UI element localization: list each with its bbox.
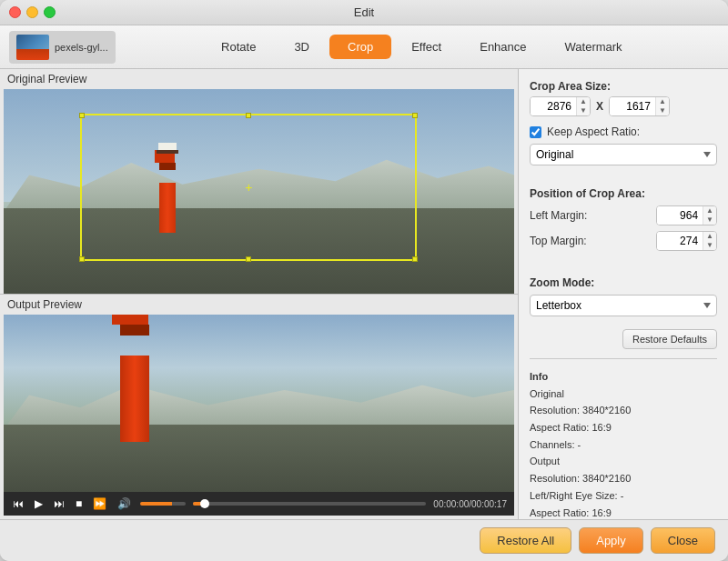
left-margin-down-btn[interactable]: ▼ (703, 215, 716, 225)
left-margin-input[interactable] (657, 206, 703, 225)
progress-dot (200, 499, 209, 508)
tab-crop[interactable]: Crop (329, 35, 391, 59)
restore-defaults-container: Restore Defaults (530, 329, 717, 349)
info-original-aspect: Aspect Ratio: 16:9 (530, 419, 717, 436)
window-title: Edit (354, 5, 374, 19)
info-output-aspect: Aspect Ratio: 16:9 (530, 505, 717, 520)
height-down-btn[interactable]: ▼ (656, 106, 669, 115)
content-area: Original Preview (0, 69, 728, 519)
info-output-resolution: Resolution: 3840*2160 (530, 470, 717, 487)
keep-aspect-section: Keep Aspect Ratio: Original 16:9 4:3 1:1… (530, 125, 717, 165)
volume-icon[interactable]: 🔊 (116, 496, 133, 512)
height-input[interactable] (610, 97, 655, 115)
tab-watermark[interactable]: Watermark (547, 35, 641, 59)
skip-start-button[interactable]: ⏮ (11, 496, 25, 512)
original-preview-label: Original Preview (0, 69, 518, 89)
x-separator: X (596, 100, 603, 113)
info-title: Info (530, 368, 717, 386)
window-controls (9, 6, 56, 18)
info-original-channels: Channels: - (530, 436, 717, 454)
file-thumbnail (16, 35, 49, 60)
top-margin-input-group: ▲ ▼ (656, 231, 717, 251)
right-panel: Crop Area Size: ▲ ▼ X ▲ ▼ (519, 69, 728, 519)
width-input[interactable] (531, 97, 576, 115)
restore-defaults-button[interactable]: Restore Defaults (622, 329, 717, 349)
height-up-btn[interactable]: ▲ (656, 97, 669, 106)
play-button[interactable]: ▶ (33, 496, 45, 512)
preview-panel: Original Preview (0, 69, 519, 519)
out-mountains (4, 380, 514, 430)
output-preview-section: Output Preview (0, 295, 518, 519)
restore-all-button[interactable]: Restore All (480, 527, 571, 554)
skip-end-button[interactable]: ⏩ (91, 496, 108, 512)
toolbar: pexels-gyl... Rotate 3D Crop Effect Enha… (0, 25, 728, 69)
top-margin-input[interactable] (657, 232, 703, 250)
zoom-mode-label: Zoom Mode: (530, 276, 717, 289)
keep-aspect-label: Keep Aspect Ratio: (547, 125, 640, 138)
bottom-bar: Restore All Apply Close (0, 519, 728, 561)
zoom-mode-dropdown[interactable]: Letterbox Pan & Scan Full (530, 295, 717, 316)
original-preview-video: + (4, 89, 514, 294)
top-margin-label: Top Margin: (530, 235, 602, 247)
tab-3d[interactable]: 3D (276, 35, 328, 59)
position-section: Position of Crop Area: Left Margin: ▲ ▼ … (530, 187, 717, 255)
original-scene: + (4, 89, 514, 294)
top-margin-down-btn[interactable]: ▼ (703, 241, 716, 250)
position-label: Position of Crop Area: (530, 187, 717, 200)
left-margin-up-btn[interactable]: ▲ (703, 206, 716, 215)
out-lh-top (112, 315, 148, 325)
crop-area-size-label: Crop Area Size: (530, 80, 717, 93)
out-lighthouse (116, 315, 154, 442)
close-window-button[interactable] (9, 6, 21, 18)
tab-rotate[interactable]: Rotate (203, 35, 274, 59)
skip-forward-button[interactable]: ⏭ (52, 496, 66, 512)
width-input-group: ▲ ▼ (530, 96, 591, 116)
crop-area-size-section: Crop Area Size: ▲ ▼ X ▲ ▼ (530, 80, 717, 116)
lh-tower (159, 183, 176, 233)
info-original-label: Original (530, 386, 717, 403)
height-input-group: ▲ ▼ (609, 96, 670, 116)
stop-button[interactable]: ■ (74, 496, 84, 512)
keep-aspect-checkbox[interactable] (530, 126, 541, 138)
height-spin-btns: ▲ ▼ (655, 97, 669, 115)
zoom-mode-section: Zoom Mode: Letterbox Pan & Scan Full (530, 276, 717, 316)
width-down-btn[interactable]: ▼ (577, 106, 590, 115)
title-bar: Edit (0, 0, 728, 25)
file-tab[interactable]: pexels-gyl... (9, 31, 116, 64)
maximize-window-button[interactable] (44, 6, 56, 18)
out-ground (4, 425, 514, 492)
progress-bar[interactable] (193, 502, 426, 506)
main-window: Edit pexels-gyl... Rotate 3D Crop Effect… (0, 0, 728, 561)
keep-aspect-row: Keep Aspect Ratio: (530, 125, 717, 138)
file-name: pexels-gyl... (55, 42, 108, 53)
info-section: Info Original Resolution: 3840*2160 Aspe… (530, 358, 717, 519)
tab-bar: Rotate 3D Crop Effect Enhance Watermark (125, 35, 719, 59)
lighthouse (157, 150, 178, 233)
out-lh-tower (120, 356, 149, 442)
close-button[interactable]: Close (651, 527, 715, 554)
aspect-ratio-dropdown[interactable]: Original 16:9 4:3 1:1 Custom (530, 144, 717, 165)
top-margin-up-btn[interactable]: ▲ (703, 232, 716, 241)
minimize-window-button[interactable] (26, 6, 38, 18)
time-display: 00:00:00/00:00:17 (433, 499, 507, 509)
info-output-label: Output (530, 453, 717, 470)
width-up-btn[interactable]: ▲ (577, 97, 590, 106)
left-margin-label: Left Margin: (530, 209, 602, 222)
video-controls: ⏮ ▶ ⏭ ■ ⏩ 🔊 00:00:00/00:00:17 (4, 492, 514, 516)
top-margin-spin-btns: ▲ ▼ (703, 232, 716, 250)
apply-button[interactable]: Apply (579, 527, 643, 554)
volume-slider[interactable] (140, 502, 186, 506)
output-preview-video (4, 315, 514, 492)
output-preview-label: Output Preview (0, 295, 518, 315)
info-output-eye-size: Left/Right Eye Size: - (530, 487, 717, 505)
original-preview-section: Original Preview (0, 69, 518, 294)
output-scene (4, 315, 514, 492)
tab-enhance[interactable]: Enhance (461, 35, 544, 59)
left-margin-spin-btns: ▲ ▼ (703, 206, 716, 225)
lh-gallery (157, 150, 178, 154)
info-original-resolution: Resolution: 3840*2160 (530, 402, 717, 419)
ground-bg (4, 208, 514, 295)
lh-cap (159, 163, 176, 170)
left-margin-input-group: ▲ ▼ (656, 205, 717, 225)
tab-effect[interactable]: Effect (393, 35, 460, 59)
